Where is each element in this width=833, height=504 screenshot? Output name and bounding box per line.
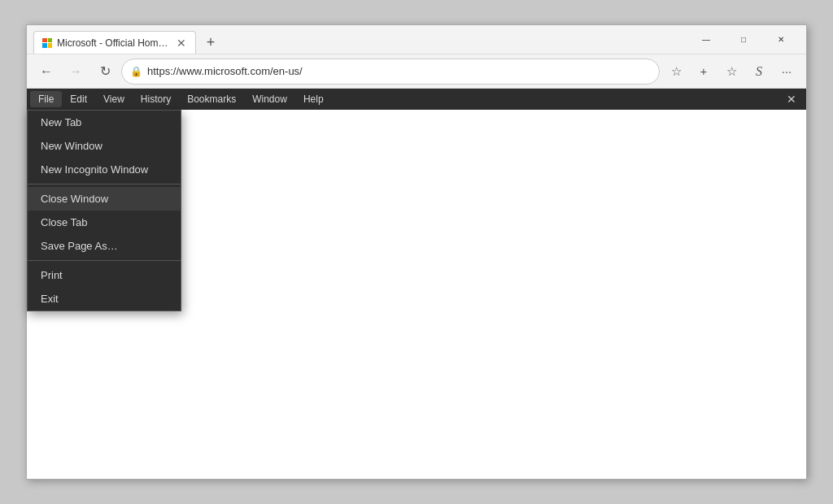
forward-button[interactable]: → (63, 59, 89, 85)
menu-window[interactable]: Window (244, 91, 295, 107)
menu-history[interactable]: History (133, 91, 179, 107)
menu-help[interactable]: Help (295, 91, 332, 107)
tab-title: Microsoft - Official Home Page (57, 37, 168, 49)
menu-bar: File Edit View History Bookmarks Window … (27, 89, 806, 110)
menu-view[interactable]: View (95, 91, 133, 107)
back-button[interactable]: ← (33, 59, 59, 85)
add-button[interactable]: + (691, 59, 717, 85)
menu-new-window[interactable]: New Window (28, 134, 181, 158)
menu-new-incognito-window[interactable]: New Incognito Window (28, 158, 181, 181)
reading-list-button[interactable]: ☆ (718, 59, 744, 85)
browser-window: Microsoft - Official Home Page ✕ + — □ ✕… (26, 24, 807, 480)
tab-favicon (42, 37, 52, 49)
active-tab[interactable]: Microsoft - Official Home Page ✕ (33, 31, 196, 54)
reload-button[interactable]: ↻ (92, 59, 118, 85)
dropdown-separator-2 (28, 260, 181, 261)
url-text: https://www.microsoft.com/en-us/ (147, 65, 651, 77)
menu-edit[interactable]: Edit (62, 91, 95, 107)
lock-icon: 🔒 (130, 66, 142, 77)
menu-bar-close-button[interactable]: ✕ (780, 93, 803, 106)
menu-save-page-as[interactable]: Save Page As… (28, 234, 181, 258)
scripty-s-icon: S (756, 64, 762, 79)
more-button[interactable]: ··· (774, 59, 800, 85)
dropdown-separator-1 (28, 184, 181, 185)
bookmark-star-button[interactable]: ☆ (663, 59, 689, 85)
menu-close-window[interactable]: Close Window (28, 187, 181, 211)
tab-close-button[interactable]: ✕ (177, 37, 187, 50)
menu-new-tab[interactable]: New Tab (28, 111, 181, 134)
menu-print[interactable]: Print (28, 263, 181, 287)
new-tab-button[interactable]: + (199, 31, 222, 54)
ms-logo-icon (42, 38, 52, 48)
menu-exit[interactable]: Exit (28, 287, 181, 311)
address-bar[interactable]: 🔒 https://www.microsoft.com/en-us/ (121, 59, 660, 85)
file-dropdown-menu: New Tab New Window New Incognito Window … (27, 110, 181, 311)
menu-file[interactable]: File (30, 91, 62, 107)
scripty-s-button[interactable]: S (746, 59, 772, 85)
menu-close-tab[interactable]: Close Tab (28, 211, 181, 234)
close-window-button[interactable]: ✕ (762, 27, 800, 53)
maximize-button[interactable]: □ (725, 27, 762, 53)
menu-bookmarks[interactable]: Bookmarks (179, 91, 244, 107)
nav-bar: ← → ↻ 🔒 https://www.microsoft.com/en-us/… (27, 54, 806, 89)
tab-area: Microsoft - Official Home Page ✕ + (33, 25, 681, 54)
window-controls: — □ ✕ (687, 27, 800, 53)
nav-actions: ☆ + ☆ S ··· (663, 59, 800, 85)
title-bar: Microsoft - Official Home Page ✕ + — □ ✕ (27, 25, 806, 54)
minimize-button[interactable]: — (687, 27, 725, 53)
